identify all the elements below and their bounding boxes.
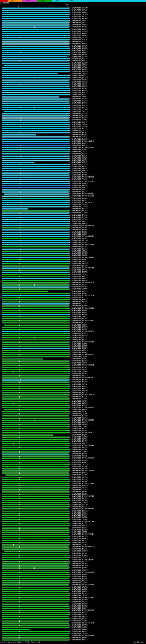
hit-label[interactable]: UniRef100_A9RE43 xyxy=(72,85,87,87)
hit-alignment-bar[interactable] xyxy=(2,504,69,505)
hit-label[interactable]: UniRef100_B9S418 xyxy=(72,417,87,419)
hit-row[interactable]: UniRef100_B9RDL6 xyxy=(0,590,146,592)
hit-label[interactable]: UniRef100_P14656 xyxy=(72,56,87,58)
hit-label[interactable]: UniRef100_A3BW51 xyxy=(72,96,87,98)
hit-alignment-bar[interactable] xyxy=(2,382,69,383)
hit-label[interactable]: UniRef100_B4G4N1 xyxy=(72,628,87,630)
hit-label[interactable]: UniRef100_A2YJ35 xyxy=(72,487,87,489)
hit-alignment-bar[interactable] xyxy=(2,266,69,266)
hit-label[interactable]: UniRef100_B9RQG4 xyxy=(72,68,87,70)
hit-row[interactable]: UniRef100_Q9FMU2 xyxy=(0,567,146,569)
hit-alignment-bar[interactable] xyxy=(2,322,69,324)
hit-row[interactable]: UniRef100_UPI00019E4D0B xyxy=(0,444,146,446)
hit-label[interactable]: UniRef100_A5AV21 xyxy=(72,276,87,278)
hit-alignment-bar[interactable] xyxy=(2,589,69,590)
hit-alignment-bar[interactable] xyxy=(2,401,69,402)
hit-label[interactable]: UniRef100_UPI0000F6E84B xyxy=(72,571,94,574)
hit-row[interactable]: UniRef100_C6SYJ4 xyxy=(0,37,146,39)
hit-label[interactable]: UniRef100_Q7F9I1 xyxy=(72,284,87,286)
hit-alignment-bar[interactable] xyxy=(2,35,69,36)
hit-label[interactable]: UniRef100_A7PY12 xyxy=(72,296,87,298)
hit-label[interactable]: UniRef100_C0P4V6 xyxy=(72,204,87,206)
hit-row[interactable]: UniRef100_C0HEZ1 xyxy=(0,316,146,318)
hit-row[interactable]: UniRef100_B4FWA8 xyxy=(0,480,146,482)
hit-alignment-bar[interactable] xyxy=(2,20,69,22)
hit-alignment-bar[interactable] xyxy=(2,223,69,224)
hit-alignment-bar[interactable] xyxy=(2,418,69,419)
hit-alignment-bar[interactable] xyxy=(2,98,69,100)
hit-alignment-bar[interactable] xyxy=(2,54,69,55)
hit-label[interactable]: UniRef100_B6SSH2 xyxy=(72,292,87,294)
hit-alignment-bar[interactable] xyxy=(2,436,69,438)
hit-row[interactable]: UniRef100_UPI00017B60E2 xyxy=(0,256,146,258)
hit-row[interactable]: UniRef100_Q9SDL6 xyxy=(0,231,146,233)
hit-label[interactable]: UniRef100_A5AWF6 xyxy=(72,538,87,540)
hit-alignment-bar[interactable] xyxy=(2,141,69,142)
hit-label[interactable]: UniRef100_Q9M4W6 xyxy=(72,47,87,49)
hit-label[interactable]: UniRef100_Q2QND3 xyxy=(72,554,87,556)
hit-row[interactable]: UniRef100_C6T67W xyxy=(0,7,146,9)
hit-row[interactable]: UniRef100_Q56933 xyxy=(0,138,146,140)
hit-label[interactable]: UniRef100_C1MVN3 xyxy=(72,343,87,345)
hit-alignment-bar[interactable] xyxy=(2,26,69,28)
hit-row[interactable]: UniRef100_A5BXB9 xyxy=(0,588,146,590)
hit-row[interactable]: UniRef100_C5YE85 xyxy=(0,556,146,558)
hit-alignment-bar[interactable] xyxy=(2,234,69,235)
hit-label[interactable]: UniRef100_Q9LF33 xyxy=(72,428,87,430)
hit-label[interactable]: UniRef100_C5X8U4 xyxy=(72,518,87,521)
hit-row[interactable]: UniRef100_Q0DKY4 xyxy=(0,299,146,301)
hit-row[interactable]: UniRef100_C0P7F8 xyxy=(0,464,146,466)
hit-alignment-bar[interactable] xyxy=(2,181,69,182)
hit-row[interactable]: UniRef100_B9IKJ5 xyxy=(0,392,146,394)
hit-alignment-bar[interactable] xyxy=(2,593,69,594)
hit-label[interactable]: UniRef100_B9N6F2 xyxy=(72,639,87,641)
hit-row[interactable]: UniRef100_A9S573 xyxy=(0,375,146,377)
hit-alignment-bar[interactable] xyxy=(2,304,69,304)
hit-alignment-bar[interactable] xyxy=(2,597,69,598)
hit-row[interactable]: UniRef100_A9TX55 xyxy=(0,337,146,339)
hit-alignment-bar[interactable] xyxy=(2,204,69,205)
hit-label[interactable]: UniRef100_Q48E19 xyxy=(72,142,87,144)
hit-row[interactable]: UniRef100_Q2RBM8 xyxy=(0,599,146,601)
hit-row[interactable]: UniRef100_Q43127 xyxy=(0,58,146,60)
hit-alignment-bar[interactable] xyxy=(2,39,69,40)
hit-row[interactable]: UniRef100_A5BQX8 xyxy=(0,436,146,438)
hit-alignment-bar[interactable] xyxy=(2,100,69,102)
hit-label[interactable]: UniRef100_UPI0000E12A88 xyxy=(72,195,94,197)
hit-row[interactable]: UniRef100_B9HHM3 xyxy=(0,516,146,518)
hit-row[interactable]: UniRef100_UPI0000E48C52 xyxy=(0,354,146,356)
hit-alignment-bar[interactable] xyxy=(4,409,69,410)
hit-alignment-bar[interactable] xyxy=(2,557,69,558)
hit-label[interactable]: UniRef100_A2XDY5 xyxy=(72,324,87,326)
hit-label[interactable]: UniRef100_C6TH75 xyxy=(72,274,87,276)
hit-alignment-bar[interactable] xyxy=(2,44,69,44)
hit-row[interactable]: UniRef100_Q8GXL9 xyxy=(0,630,146,632)
hit-label[interactable]: UniRef100_B4G1S1 xyxy=(72,92,87,94)
hit-alignment-bar[interactable] xyxy=(2,544,69,546)
hit-label[interactable]: UniRef100_C5YKN9 xyxy=(72,212,87,214)
hit-row[interactable]: UniRef100_C6K2E7 xyxy=(0,489,146,491)
hit-label[interactable]: UniRef100_Q43127 xyxy=(72,58,87,60)
hit-row[interactable]: UniRef100_B6T8E6 xyxy=(0,70,146,73)
hit-label[interactable]: UniRef100_Q9LRR9 xyxy=(72,529,87,531)
hit-alignment-bar[interactable] xyxy=(2,378,69,378)
hit-label[interactable]: UniRef100_Q9XEA6 xyxy=(72,390,87,392)
hit-label[interactable]: UniRef100_B9N1W4 xyxy=(72,280,87,282)
hit-row[interactable]: UniRef100_A9TEV3 xyxy=(0,601,146,603)
hit-label[interactable]: UniRef100_UPI0000D59F04 xyxy=(72,193,94,195)
hit-label[interactable]: UniRef100_C0PPA5 xyxy=(72,383,87,386)
hit-label[interactable]: UniRef100_B9T7K1 xyxy=(72,540,87,542)
hit-row[interactable]: UniRef100_C0PGM1 xyxy=(0,252,146,254)
hit-label[interactable]: UniRef100_C8CTA0 xyxy=(72,126,87,128)
hit-alignment-bar[interactable] xyxy=(2,572,69,573)
hit-alignment-bar[interactable] xyxy=(2,278,69,279)
hit-label[interactable]: UniRef100_B4G0C9 xyxy=(72,381,87,383)
hit-alignment-bar[interactable] xyxy=(2,519,69,520)
hit-label[interactable]: UniRef100_Q941C3 xyxy=(72,208,87,210)
hit-row[interactable]: UniRef100_B6SSH2 xyxy=(0,292,146,294)
hit-alignment-bar[interactable] xyxy=(2,591,69,592)
hit-row[interactable]: UniRef100_A2XN64 xyxy=(0,449,146,451)
hit-row[interactable]: UniRef100_UPI0000F2D9B1 xyxy=(0,419,146,421)
hit-row[interactable]: UniRef100_UPI00005DFC22 xyxy=(0,176,146,178)
hit-row[interactable]: UniRef100_UPI0000DCC586 xyxy=(0,508,146,510)
